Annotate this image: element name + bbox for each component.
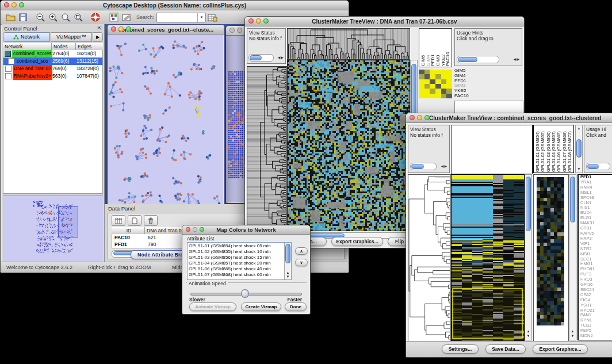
tab-vizmapper[interactable]: VizMapper™ (51, 32, 92, 42)
network-row[interactable]: combined_sco2569(6)13112(15) (3, 58, 102, 65)
zoom-in-icon[interactable] (47, 12, 59, 23)
matrix-cell (441, 84, 447, 89)
scroll-up-arrow-icon[interactable]: ▲ (525, 329, 531, 334)
move-up-button[interactable]: ∧ (295, 247, 308, 255)
treeview2-column-scrollbar[interactable]: ▲ ▼ (575, 125, 583, 173)
minimize-button[interactable] (237, 28, 242, 33)
view-status-scrollbar[interactable] (410, 163, 437, 170)
scroll-arrows-icon[interactable]: ◀▶ (441, 163, 447, 169)
network-row[interactable]: combined_scores2764(0)16218(0) (3, 50, 102, 58)
attribute-select-button[interactable] (112, 215, 125, 226)
treeview2-summary-panel[interactable] (533, 174, 569, 342)
new-attribute-button[interactable] (128, 215, 141, 226)
animate-vizmap-button[interactable]: Animate Vizmap (189, 302, 236, 311)
scroll-arrows-icon[interactable]: ◀▶ (278, 55, 284, 60)
zoom-selected-icon[interactable] (72, 12, 85, 23)
minimize-button[interactable] (417, 115, 422, 120)
network-tree-table[interactable]: combined_scores2764(0)16218(0)combined_s… (3, 50, 103, 194)
birdseye-view[interactable] (3, 196, 103, 262)
network-view-canvas[interactable] (108, 35, 223, 204)
view-status-text: No status info f (249, 36, 284, 41)
close-button[interactable] (248, 18, 254, 24)
network-window-titlebar[interactable]: combined_scores_good.txt--cluste... (108, 25, 224, 35)
main-titlebar[interactable]: Cytoscape Desktop (Session Name: collins… (1, 1, 349, 10)
scroll-down-arrow-icon[interactable]: ▼ (525, 334, 531, 338)
network-row[interactable]: DNA and Tran 07769(0)183728(0) (3, 65, 102, 72)
export-graphics-button[interactable]: Export Graphics... (331, 237, 383, 246)
usage-hints-scrollbar[interactable] (457, 56, 499, 63)
treeview2-summary-scrollbar[interactable]: ▲ ▼ (569, 174, 576, 340)
save-session-icon[interactable] (17, 12, 29, 23)
close-button[interactable] (186, 227, 190, 232)
minimize-button[interactable] (12, 2, 17, 7)
treeview2-column-dendrogram-area[interactable] (451, 125, 533, 174)
save-data-button[interactable]: Save Data... (485, 344, 526, 354)
float-panel-icon[interactable]: ⇱ (97, 25, 102, 31)
birdseye-viewport-rect[interactable] (58, 206, 78, 237)
open-session-icon[interactable] (4, 12, 17, 23)
treeview2-heatmap[interactable] (451, 174, 525, 342)
treeview2-titlebar[interactable]: ClusterMaker TreeView : combined_scores_… (406, 113, 612, 123)
minimize-button[interactable] (256, 18, 261, 24)
attribute-list-item[interactable]: GPL51-04 (GSM857) heat shock 20 min (188, 260, 284, 266)
scroll-up-arrow-icon[interactable]: ▲ (285, 271, 291, 275)
tab-network[interactable]: Network (3, 32, 50, 42)
scroll-up-arrow-icon[interactable]: ▲ (569, 329, 576, 334)
create-vizmap-button[interactable]: Create Vizmap (241, 302, 281, 311)
vizmapper-icon[interactable] (108, 12, 120, 23)
settings-button[interactable]: Settings... (442, 344, 479, 354)
table-import-icon[interactable] (206, 12, 219, 23)
search-input[interactable]: ▾ (156, 13, 206, 22)
gene-list-item[interactable]: MON2 (579, 334, 612, 339)
usage-hints-scrollbar[interactable] (586, 163, 610, 170)
move-down-button[interactable]: ∨ (295, 259, 308, 266)
zoom-out-icon[interactable] (34, 12, 47, 23)
attribute-list-item[interactable]: GPL51-06 (GSM865) heat shock 40 min (188, 266, 284, 272)
minimize-button[interactable] (118, 26, 124, 32)
close-button[interactable] (111, 26, 116, 32)
scroll-arrows-icon[interactable]: ◀▶ (514, 56, 520, 62)
zoom-button[interactable] (263, 18, 269, 24)
network-row[interactable]: RNAPuberNov2+563(0)107847(0) (3, 72, 102, 80)
close-button[interactable] (410, 115, 415, 120)
column-label: GPL51-07 (GSM868) (562, 126, 567, 172)
search-dropdown-arrow-icon[interactable]: ▾ (197, 13, 205, 22)
dialog-titlebar[interactable]: Map Colors to Network (182, 225, 310, 235)
export-graphics-button[interactable]: Export Graphics... (533, 344, 588, 354)
treeview2-vertical-scrollbar[interactable]: ▲ ▼ (525, 174, 532, 340)
minimize-button[interactable] (193, 227, 197, 232)
view-status-label: View Status (410, 127, 447, 132)
animation-speed-slider-thumb[interactable] (241, 289, 249, 298)
zoom-button[interactable] (200, 227, 204, 232)
matrix-cell (424, 74, 430, 79)
zoom-button[interactable] (126, 26, 131, 32)
close-button[interactable] (230, 28, 235, 33)
done-button[interactable]: Done (285, 302, 307, 311)
scroll-down-arrow-icon[interactable]: ▼ (285, 275, 291, 279)
treeview1-column-dendrogram[interactable] (287, 28, 410, 60)
scroll-up-arrow-icon[interactable]: ▲ (576, 127, 582, 131)
scroll-down-arrow-icon[interactable]: ▼ (576, 167, 582, 171)
treeview1-similarity-matrix[interactable] (419, 70, 452, 98)
attribute-list-item[interactable]: GPL51-03 (GSM856) heat shock 15 min (188, 255, 284, 260)
close-button[interactable] (4, 2, 9, 7)
treeview2-row-dendrogram[interactable] (408, 174, 451, 342)
tab-overflow-arrow[interactable]: ▶ (93, 32, 103, 42)
attribute-list[interactable]: GPL51-01 (GSM854) heat shock 05 minGPL51… (187, 242, 292, 280)
treeview1-row-dendrogram[interactable] (247, 66, 287, 231)
scroll-down-arrow-icon[interactable]: ▼ (569, 334, 576, 338)
view-status-scrollbar[interactable] (248, 54, 274, 62)
attribute-list-item[interactable]: GPL51-07 (GSM868) heat shock 60 min (188, 272, 284, 278)
delete-attribute-button[interactable] (144, 215, 158, 226)
treeview1-titlebar[interactable]: ClusterMaker TreeView : DNA and Tran 07-… (245, 17, 524, 26)
zoom-button[interactable] (424, 115, 430, 120)
treeview2-gene-list[interactable]: PFD1YRA1RNR4MSL1SPC98CLN1NIS1BUD4ELG1MAK… (577, 174, 612, 340)
attribute-list-item[interactable]: GPL51-01 (GSM854) heat shock 05 min (188, 243, 284, 249)
network-view-window[interactable]: combined_scores_good.txt--cluste... ◢ (107, 24, 225, 204)
zoom-fit-icon[interactable] (59, 12, 72, 23)
zoom-button[interactable] (19, 2, 24, 7)
annotation-icon[interactable] (120, 12, 133, 23)
help-lifering-icon[interactable] (89, 12, 102, 23)
treeview1-heatmap[interactable] (287, 60, 410, 231)
attribute-list-item[interactable]: GPL51-02 (GSM855) heat shock 10 min (188, 249, 284, 255)
